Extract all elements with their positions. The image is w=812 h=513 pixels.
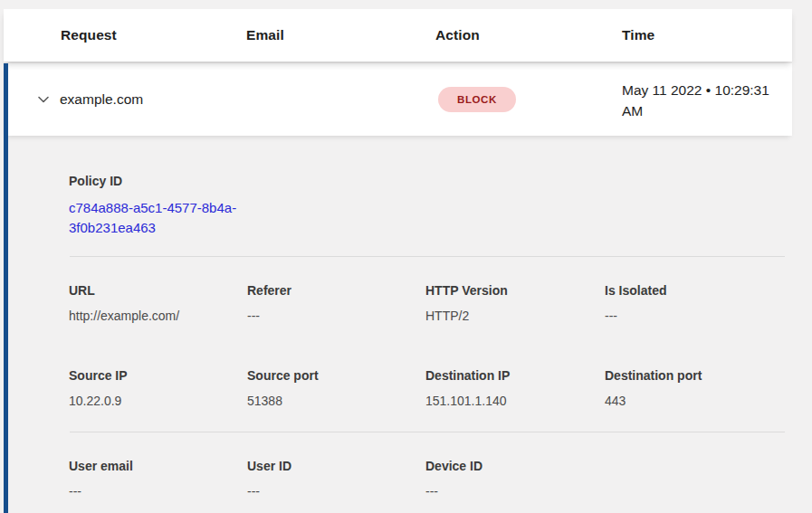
request-domain: example.com xyxy=(60,63,143,136)
field-value: http://example.com/ xyxy=(69,308,237,324)
field-value: 151.101.1.140 xyxy=(425,393,594,409)
field-destination-ip: Destination IP 151.101.1.140 xyxy=(425,367,594,409)
field-device-id: Device ID --- xyxy=(425,458,594,499)
log-table-row[interactable]: example.com BLOCK May 11 2022 • 10:29:31… xyxy=(4,63,792,136)
field-user-id: User ID --- xyxy=(247,458,416,499)
field-label: Referer xyxy=(247,282,416,299)
field-value: 51388 xyxy=(247,393,416,409)
field-http-version: HTTP Version HTTP/2 xyxy=(425,282,594,324)
field-value: 443 xyxy=(605,393,773,409)
request-time: May 11 2022 • 10:29:31 AM xyxy=(622,80,790,121)
field-label: User ID xyxy=(247,458,416,474)
action-block-badge: BLOCK xyxy=(438,87,516,112)
field-value: 10.22.0.9 xyxy=(69,393,237,409)
field-label: Source IP xyxy=(69,367,237,384)
field-source-port: Source port 51388 xyxy=(247,367,416,409)
field-label: HTTP Version xyxy=(425,282,594,299)
request-log-page: Request Email Action Time example.com BL… xyxy=(0,0,812,513)
field-label: Is Isolated xyxy=(605,282,773,299)
policy-id-label: Policy ID xyxy=(69,174,122,188)
field-is-isolated: Is Isolated --- xyxy=(605,282,773,324)
field-value: --- xyxy=(69,483,237,499)
section-divider xyxy=(70,432,785,432)
field-value: --- xyxy=(425,483,594,499)
column-header-time: Time xyxy=(622,9,654,62)
field-label: Device ID xyxy=(425,458,594,474)
section-divider xyxy=(70,256,785,257)
field-referer: Referer --- xyxy=(247,282,416,324)
field-label: URL xyxy=(69,282,237,299)
field-user-email: User email --- xyxy=(69,458,237,499)
field-source-ip: Source IP 10.22.0.9 xyxy=(69,367,237,409)
column-header-action: Action xyxy=(435,9,480,62)
table-header: Request Email Action Time xyxy=(4,9,792,62)
field-url: URL http://example.com/ xyxy=(69,282,237,324)
request-detail-panel: Policy ID c784a888-a5c1-4577-8b4a-3f0b23… xyxy=(0,136,812,513)
chevron-down-icon[interactable] xyxy=(36,92,51,107)
field-value: --- xyxy=(247,483,416,499)
field-value: --- xyxy=(605,308,773,324)
field-label: User email xyxy=(69,458,237,474)
field-value: --- xyxy=(247,308,416,324)
field-destination-port: Destination port 443 xyxy=(605,367,773,409)
field-label: Destination IP xyxy=(425,367,594,384)
policy-id-link[interactable]: c784a888-a5c1-4577-8b4a-3f0b231ea463 xyxy=(69,198,246,237)
field-label: Source port xyxy=(247,367,416,384)
expanded-row-accent-border xyxy=(4,63,8,513)
column-header-request: Request xyxy=(61,9,117,62)
field-label: Destination port xyxy=(605,367,773,384)
column-header-email: Email xyxy=(246,9,284,62)
field-value: HTTP/2 xyxy=(425,308,594,324)
